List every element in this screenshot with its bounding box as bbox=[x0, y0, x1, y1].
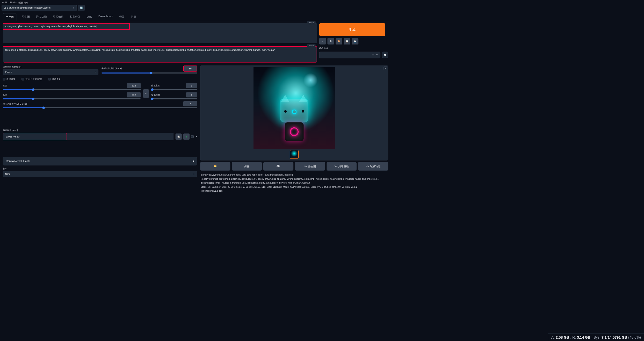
batch-count-label: 生成批次 bbox=[151, 84, 160, 87]
clipboard-button[interactable]: 📋 bbox=[344, 38, 350, 44]
chevron-left-icon bbox=[193, 160, 194, 162]
height-slider[interactable] bbox=[3, 98, 141, 99]
close-icon: ✕ bbox=[385, 67, 386, 69]
steps-block: 采样迭代步数(Steps) bbox=[102, 66, 197, 75]
result-image[interactable] bbox=[254, 67, 335, 149]
steps-label: 采样迭代步数(Steps) bbox=[102, 67, 122, 70]
sampler-block: 采样方法(Sampler) Euler a ▼ bbox=[3, 66, 98, 75]
batch-count-value[interactable] bbox=[186, 83, 197, 88]
tab-extras[interactable]: 附加功能 bbox=[35, 13, 48, 21]
refresh-model-button[interactable]: 🔄 bbox=[78, 5, 85, 11]
refresh-styles-button[interactable]: 🔄 bbox=[382, 52, 388, 58]
batch-count-slider[interactable] bbox=[151, 89, 197, 90]
tiling-label: 平铺/分块 (Tiling) bbox=[25, 78, 42, 81]
height-label: 高度 bbox=[3, 93, 7, 96]
seed-label: 随机种子(seed) bbox=[3, 129, 197, 132]
random-seed-button[interactable]: 🎲 bbox=[176, 134, 182, 140]
clear-icon[interactable]: × bbox=[372, 54, 374, 56]
model-dropdown[interactable]: v1-5-pruned-emaonly.safetensors [6ce0161… bbox=[2, 5, 77, 11]
trash-icon: 🗑 bbox=[330, 40, 332, 42]
tab-settings[interactable]: 设置 bbox=[118, 13, 126, 21]
tab-img2img[interactable]: 图生图 bbox=[21, 13, 31, 21]
reuse-seed-button[interactable]: ♻ bbox=[183, 134, 190, 140]
send-extras-button[interactable]: >> 附加功能 bbox=[358, 162, 388, 171]
dice-icon: 🎲 bbox=[177, 135, 180, 138]
arrow-icon: ↙ bbox=[322, 40, 323, 42]
save-icon: 💾 bbox=[354, 40, 356, 42]
face-restore-check[interactable]: 面部修复 bbox=[3, 78, 15, 81]
info-time: Time taken: 11.8 sec. bbox=[200, 189, 388, 193]
width-value[interactable] bbox=[127, 83, 141, 88]
seed-input[interactable] bbox=[3, 133, 67, 140]
neg-prompt-input[interactable]: (deformed, distorted, disfigured:1.0), p… bbox=[3, 46, 317, 62]
generation-info: a pretty cat,cyberpunk art, kerem beyit,… bbox=[200, 172, 388, 193]
tab-train[interactable]: 训练 bbox=[86, 13, 93, 21]
chevron-down-icon: ▼ bbox=[73, 7, 75, 9]
info-prompt: a pretty cat,cyberpunk art, kerem beyit,… bbox=[200, 173, 388, 177]
style-label: 模板风格 bbox=[319, 46, 388, 50]
tab-dreambooth[interactable]: Dreambooth bbox=[97, 13, 114, 21]
sampler-value: Euler a bbox=[5, 71, 12, 74]
sampler-dropdown[interactable]: Euler a ▼ bbox=[3, 69, 98, 75]
face-restore-label: 面部修复 bbox=[6, 78, 15, 81]
save-button[interactable]: 保存 bbox=[232, 162, 262, 171]
send-inpaint-button[interactable]: >> 局部重绘 bbox=[327, 162, 357, 171]
cfg-slider[interactable] bbox=[3, 107, 197, 108]
tab-txt2img[interactable]: 文生图 bbox=[3, 13, 16, 21]
swap-dims-button[interactable]: ⇅ bbox=[143, 89, 149, 98]
batch-size-slider[interactable] bbox=[151, 98, 197, 99]
width-label: 宽度 bbox=[3, 84, 7, 87]
open-folder-button[interactable]: 📂 bbox=[200, 162, 230, 171]
cfg-label: 提示词相关性(CFG Scale) bbox=[3, 102, 28, 105]
refresh-icon: 🔄 bbox=[384, 54, 386, 56]
arrow-button[interactable]: ↙ bbox=[319, 38, 326, 44]
recycle-icon: ♻ bbox=[185, 135, 187, 138]
script-value: None bbox=[5, 173, 10, 176]
swap-icon: ⇅ bbox=[145, 92, 147, 95]
hires-check[interactable]: 高清修复 bbox=[48, 78, 61, 81]
batch-size-value[interactable] bbox=[186, 92, 197, 97]
result-panel: ✕ bbox=[200, 66, 388, 161]
sampler-label: 采样方法(Sampler) bbox=[3, 66, 98, 68]
expand-icon[interactable] bbox=[196, 136, 197, 137]
vram-footer: A: 2.58 GB , R: 3.14 GB , Sys: 7.1/14.57… bbox=[548, 333, 644, 341]
generate-panel: 生成 ↙ 🗑 🎨 📋 💾 模板风格 × ▼ 🔄 bbox=[319, 23, 388, 63]
script-label: 脚本 bbox=[3, 167, 197, 170]
tab-merge[interactable]: 模型合并 bbox=[69, 13, 81, 21]
info-params: Steps: 80, Sampler: Euler a, CFG scale: … bbox=[200, 185, 388, 189]
width-slider[interactable] bbox=[3, 89, 141, 90]
tab-pnginfo[interactable]: 图片信息 bbox=[52, 13, 64, 21]
steps-slider[interactable] bbox=[102, 72, 197, 74]
controlnet-accordion[interactable]: ControlNet v1.1.410 bbox=[3, 157, 197, 165]
model-label: Stable Diffusion 模型(ckpt) bbox=[0, 0, 390, 5]
neg-prompt-counter: 59/75 bbox=[307, 44, 315, 47]
generate-button[interactable]: 生成 bbox=[319, 23, 385, 36]
tiling-check[interactable]: 平铺/分块 (Tiling) bbox=[21, 78, 42, 81]
script-dropdown[interactable]: None ▼ bbox=[3, 171, 197, 177]
chevron-down-icon: ▼ bbox=[376, 54, 378, 56]
close-result-button[interactable]: ✕ bbox=[384, 67, 387, 70]
height-value[interactable] bbox=[127, 92, 141, 97]
chevron-down-icon: ▼ bbox=[193, 173, 195, 175]
zip-button[interactable]: Zip bbox=[263, 162, 293, 171]
send-img2img-button[interactable]: >> 图生图 bbox=[295, 162, 325, 171]
style-dropdown[interactable]: × ▼ bbox=[319, 52, 380, 58]
save-style-button[interactable]: 💾 bbox=[352, 38, 358, 44]
model-value: v1-5-pruned-emaonly.safetensors [6ce0161… bbox=[4, 6, 50, 9]
cfg-value[interactable] bbox=[183, 101, 197, 106]
result-thumbnail[interactable] bbox=[290, 150, 299, 159]
chevron-down-icon: ▼ bbox=[94, 71, 96, 73]
tab-extensions[interactable]: 扩展 bbox=[130, 13, 137, 21]
seed-rest[interactable] bbox=[67, 133, 173, 140]
prompt-counter: 25/75 bbox=[307, 21, 315, 24]
clear-button[interactable]: 🗑 bbox=[327, 38, 334, 44]
steps-value[interactable] bbox=[183, 66, 197, 72]
controlnet-label: ControlNet v1.1.410 bbox=[6, 160, 29, 163]
seed-extra-check[interactable] bbox=[191, 135, 194, 138]
prompt-input[interactable]: a pretty cat,cyberpunk art, kerem beyit,… bbox=[3, 23, 317, 43]
main-tabs: 文生图 图生图 附加功能 图片信息 模型合并 训练 Dreambooth 设置 … bbox=[0, 13, 390, 21]
hires-label: 高清修复 bbox=[52, 78, 61, 81]
style-apply-button[interactable]: 🎨 bbox=[336, 38, 342, 44]
folder-icon: 📂 bbox=[214, 165, 217, 168]
clipboard-icon: 📋 bbox=[346, 40, 348, 42]
